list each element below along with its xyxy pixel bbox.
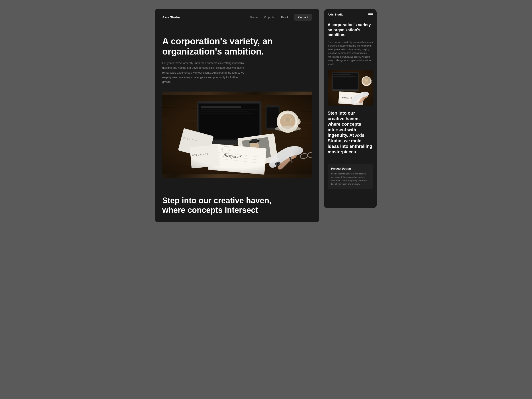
mobile-card-title: Product Design	[331, 167, 369, 170]
nav-links: Home Projects About Contact	[250, 14, 312, 21]
svg-rect-50	[162, 95, 312, 174]
hamburger-line-2	[368, 14, 373, 15]
brand-logo: Axis Studio	[162, 16, 180, 19]
mobile-hero-image: Passjot of	[328, 70, 373, 106]
hero-title: A corporation's variety, an organization…	[162, 36, 278, 57]
mobile-section: Step into our creative haven, where conc…	[324, 110, 377, 164]
svg-rect-68	[328, 70, 373, 106]
navbar: Axis Studio Home Projects About Contact	[155, 9, 319, 25]
mobile-hero-title: A corporation's variety, an organization…	[328, 22, 373, 38]
hero-description: For years, we've ardently immersed ourse…	[162, 61, 247, 84]
section-text: Step into our creative haven, where conc…	[155, 185, 319, 222]
nav-contact-button[interactable]: Contact	[294, 14, 312, 21]
mobile-brand-logo: Axis Studio	[328, 13, 344, 16]
nav-about[interactable]: About	[280, 16, 288, 19]
section-title: Step into our creative haven, where conc…	[162, 196, 286, 215]
nav-projects[interactable]: Projects	[264, 16, 274, 19]
hero-image: Passjot of	[162, 92, 312, 178]
mobile-window: Axis Studio A corporation's variety, an …	[324, 9, 377, 208]
mobile-section-title: Step into our creative haven, where conc…	[328, 110, 373, 155]
nav-home[interactable]: Home	[250, 16, 258, 19]
hamburger-line-3	[368, 16, 373, 16]
mobile-card-text: Craft enchanting interactions through ou…	[331, 172, 369, 185]
desktop-window: Axis Studio Home Projects About Contact …	[155, 9, 319, 222]
hamburger-menu[interactable]	[368, 13, 373, 16]
mobile-navbar: Axis Studio	[324, 9, 377, 19]
mobile-product-card: Product Design Craft enchanting interact…	[328, 164, 373, 189]
mobile-workspace-illustration: Passjot of	[328, 70, 373, 106]
workspace-illustration: Passjot of	[162, 92, 312, 178]
hero-section: A corporation's variety, an organization…	[155, 25, 319, 185]
mobile-hero-description: For years, we've ardently immersed ourse…	[328, 41, 373, 66]
hamburger-line-1	[368, 13, 373, 13]
mobile-hero-section: A corporation's variety, an organization…	[324, 19, 377, 66]
